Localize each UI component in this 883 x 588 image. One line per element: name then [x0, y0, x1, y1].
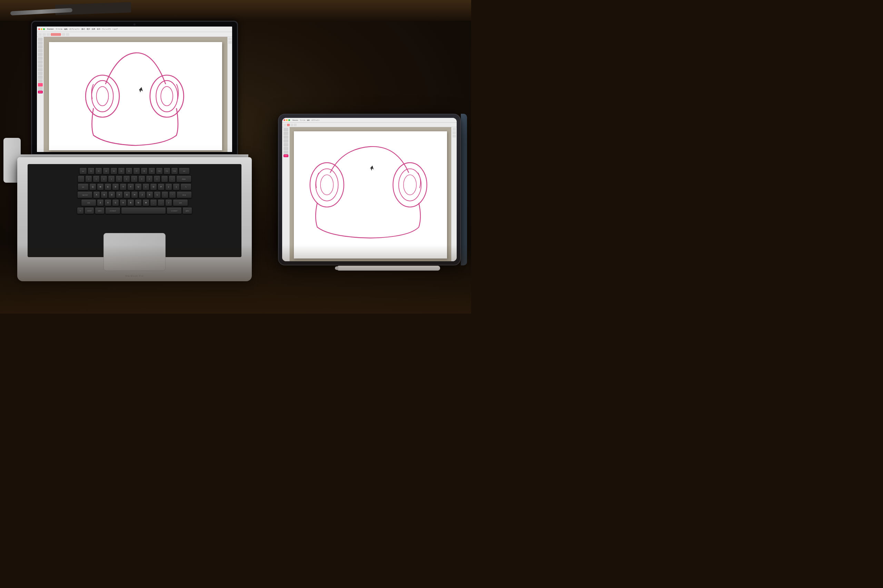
key-z[interactable]: Z: [97, 199, 104, 206]
key-x[interactable]: X: [104, 199, 111, 206]
key-4[interactable]: 4: [108, 176, 115, 182]
ipad-tool-zoom[interactable]: [284, 151, 288, 154]
key-command-left[interactable]: command: [105, 207, 120, 214]
tool-brush[interactable]: [38, 57, 43, 60]
key-shift-right[interactable]: shift: [173, 199, 188, 206]
close-button[interactable]: [38, 28, 40, 30]
key-capslock[interactable]: caps lock: [77, 191, 92, 198]
key-m[interactable]: M: [143, 199, 149, 206]
key-y[interactable]: Y: [127, 183, 134, 190]
key-s[interactable]: S: [101, 191, 108, 198]
key-l[interactable]: L: [154, 191, 161, 198]
key-j[interactable]: J: [138, 191, 146, 198]
key-f12[interactable]: F12: [171, 168, 178, 174]
key-d[interactable]: D: [108, 191, 115, 198]
key-comma[interactable]: ,: [150, 199, 157, 206]
key-2[interactable]: 2: [93, 176, 100, 182]
menu-help[interactable]: ヘルプ: [113, 28, 117, 30]
key-quote[interactable]: ': [169, 191, 176, 198]
key-o[interactable]: O: [150, 183, 157, 190]
color-swatch-fill[interactable]: [38, 91, 43, 93]
key-f3[interactable]: F3: [103, 168, 110, 174]
ipad-minimize-btn[interactable]: [286, 119, 288, 121]
key-fn[interactable]: fn: [77, 207, 84, 214]
toolbar-pen-tool[interactable]: [51, 33, 61, 36]
key-return[interactable]: return: [177, 191, 192, 198]
fullscreen-button[interactable]: [43, 28, 45, 30]
key-i[interactable]: I: [143, 183, 149, 190]
ipad-menu-edit[interactable]: 編集: [307, 119, 310, 121]
macbook-trackpad[interactable]: [104, 233, 165, 271]
menu-illustrator[interactable]: Illustrator: [47, 28, 54, 30]
key-f2[interactable]: F2: [95, 168, 102, 174]
toolbar-tool3[interactable]: [47, 33, 50, 36]
key-shift-left[interactable]: shift: [81, 199, 96, 206]
ipad-tool2[interactable]: [290, 124, 293, 126]
key-n[interactable]: N: [135, 199, 142, 206]
tool-eyedrop[interactable]: [38, 72, 43, 75]
tool-gradient[interactable]: [38, 75, 43, 79]
key-bracket-close[interactable]: ]: [173, 183, 180, 190]
key-tab[interactable]: tab: [78, 183, 89, 190]
key-delete[interactable]: del: [179, 168, 190, 174]
menu-view[interactable]: 表示: [97, 28, 100, 30]
tool-scale[interactable]: [38, 64, 43, 68]
key-option-right[interactable]: option: [182, 207, 192, 214]
tool-blend[interactable]: [38, 68, 43, 71]
key-7[interactable]: 7: [131, 176, 138, 182]
key-c[interactable]: C: [112, 199, 119, 206]
key-q[interactable]: Q: [89, 183, 96, 190]
key-f9[interactable]: F9: [148, 168, 155, 174]
key-f7[interactable]: F7: [133, 168, 140, 174]
key-f[interactable]: F: [116, 191, 123, 198]
ipad-tool-shape[interactable]: [284, 143, 288, 147]
key-equals[interactable]: =: [168, 176, 176, 182]
key-g[interactable]: G: [123, 191, 130, 198]
key-backtick[interactable]: `: [78, 176, 84, 182]
ipad-right-item2[interactable]: [453, 131, 456, 134]
key-0[interactable]: 0: [153, 176, 160, 182]
key-f8[interactable]: F8: [141, 168, 147, 174]
toolbar-tool5[interactable]: [66, 33, 69, 36]
key-w[interactable]: W: [97, 183, 104, 190]
minimize-button[interactable]: [41, 28, 42, 30]
key-9[interactable]: 9: [146, 176, 153, 182]
key-option-left[interactable]: option: [95, 207, 104, 214]
key-control[interactable]: control: [84, 207, 94, 214]
key-semicolon[interactable]: ;: [161, 191, 168, 198]
key-f11[interactable]: F11: [164, 168, 170, 174]
tool-zoom[interactable]: [38, 87, 43, 90]
ipad-tool-pen[interactable]: [284, 135, 288, 139]
tool-direct[interactable]: [38, 41, 43, 45]
key-spacebar[interactable]: [121, 207, 166, 214]
key-f5[interactable]: F5: [118, 168, 125, 174]
key-u[interactable]: U: [135, 183, 142, 190]
ipad-pen-tool[interactable]: [287, 124, 290, 126]
ipad-tool1[interactable]: [284, 124, 286, 126]
key-3[interactable]: 3: [100, 176, 107, 182]
key-e[interactable]: E: [104, 183, 111, 190]
tool-type[interactable]: [38, 49, 43, 52]
tool-select[interactable]: [38, 38, 43, 41]
tool-rotate[interactable]: [38, 60, 43, 64]
menu-file[interactable]: ファイル: [56, 28, 62, 30]
key-esc[interactable]: esc: [79, 168, 87, 174]
key-f6[interactable]: F6: [126, 168, 132, 174]
key-6[interactable]: 6: [123, 176, 130, 182]
toolbar-tool1[interactable]: [38, 33, 42, 36]
key-f10[interactable]: F10: [156, 168, 163, 174]
key-f1[interactable]: F1: [87, 168, 95, 174]
key-8[interactable]: 8: [138, 176, 145, 182]
key-p[interactable]: P: [158, 183, 164, 190]
ipad-menu-illustrator[interactable]: Illustrator: [292, 119, 298, 121]
ipad-tool-direct[interactable]: [284, 132, 288, 135]
toolbar-tool4[interactable]: [62, 33, 65, 36]
key-f4[interactable]: F4: [110, 168, 117, 174]
key-r[interactable]: R: [112, 183, 119, 190]
ipad-canvas-area[interactable]: [290, 127, 451, 261]
menu-edit[interactable]: 編集: [64, 28, 68, 30]
ipad-color-fill[interactable]: [284, 154, 288, 157]
key-5[interactable]: 5: [116, 176, 122, 182]
key-k[interactable]: K: [146, 191, 153, 198]
tool-mesh[interactable]: [38, 79, 43, 83]
